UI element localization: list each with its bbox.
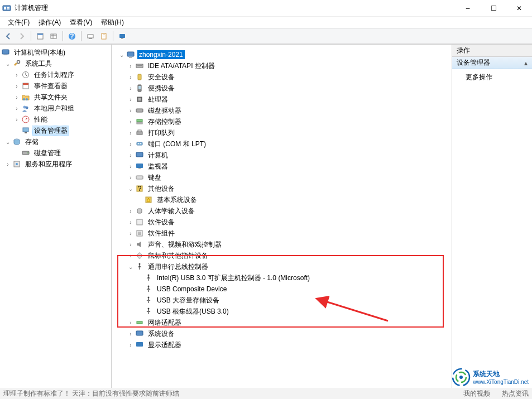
expand-toggle[interactable]: ›: [126, 117, 135, 126]
expand-toggle[interactable]: ›: [12, 70, 21, 79]
device-base-system[interactable]: 基本系统设备: [113, 194, 450, 205]
tree-disk-management[interactable]: 磁盘管理: [1, 147, 110, 158]
device-usb-controllers[interactable]: ⌄通用串行总线控制器: [113, 261, 450, 272]
tree-performance[interactable]: ›性能: [1, 114, 110, 125]
expand-toggle[interactable]: ›: [126, 318, 135, 327]
action-more[interactable]: 更多操作: [452, 69, 532, 85]
port-icon: [135, 140, 144, 148]
device-network[interactable]: ›网络适配器: [113, 317, 450, 328]
tree-shared-folders[interactable]: ›共享文件夹: [1, 92, 110, 103]
tree-label: 任务计划程序: [32, 70, 76, 80]
status-link-videos[interactable]: 我的视频: [463, 390, 490, 397]
expand-toggle[interactable]: ›: [126, 173, 135, 182]
toolbar-help-button[interactable]: ?: [66, 30, 78, 42]
storage-icon: [12, 137, 21, 146]
expand-toggle[interactable]: ›: [126, 206, 135, 215]
device-print-queue[interactable]: ›打印队列: [113, 127, 450, 138]
device-software-devices[interactable]: ›软件设备: [113, 217, 450, 228]
maximize-button[interactable]: ☐: [481, 0, 506, 16]
expand-toggle[interactable]: ⌄: [3, 59, 12, 68]
expand-toggle[interactable]: ›: [126, 251, 135, 260]
svg-rect-37: [129, 57, 132, 57]
expand-toggle[interactable]: ›: [126, 61, 135, 70]
expand-toggle[interactable]: ›: [126, 73, 135, 81]
tree-event-viewer[interactable]: ›事件查看器: [1, 80, 110, 92]
computer-icon: [1, 48, 10, 57]
svg-rect-16: [119, 34, 125, 38]
expand-toggle[interactable]: ⌄: [3, 137, 12, 146]
expand-toggle[interactable]: ›: [12, 81, 21, 90]
tree-services-apps[interactable]: ›服务和应用程序: [1, 158, 110, 170]
close-button[interactable]: ✕: [506, 0, 532, 16]
device-system-devices[interactable]: ›系统设备: [113, 328, 450, 339]
expand-toggle[interactable]: ›: [3, 160, 12, 169]
device-audio[interactable]: ›声音、视频和游戏控制器: [113, 239, 450, 250]
expand-toggle[interactable]: ›: [126, 240, 135, 249]
tree-label: 磁盘管理: [32, 148, 63, 158]
minimize-button[interactable]: –: [455, 0, 481, 16]
toolbar-device-button[interactable]: [84, 30, 97, 42]
expand-toggle[interactable]: ›: [126, 229, 135, 238]
expand-toggle[interactable]: ›: [126, 106, 135, 115]
expand-toggle[interactable]: ›: [126, 329, 135, 338]
expand-toggle[interactable]: ›: [126, 128, 135, 137]
device-cpu[interactable]: ›处理器: [113, 94, 450, 105]
device-storage-ctrl[interactable]: ›存储控制器: [113, 116, 450, 127]
tree-system-tools[interactable]: ⌄系统工具: [1, 58, 110, 69]
toolbar-back-button[interactable]: [2, 30, 15, 42]
tree-root-computer-management[interactable]: 计算机管理(本地): [1, 47, 110, 58]
menu-help[interactable]: 帮助(H): [97, 17, 128, 28]
menu-view[interactable]: 查看(V): [65, 17, 97, 28]
security-chip-icon: [135, 73, 144, 81]
expand-toggle[interactable]: ›: [12, 115, 21, 124]
device-label: zhongxin-2021: [137, 50, 185, 59]
expand-toggle[interactable]: ›: [126, 95, 135, 104]
expand-toggle[interactable]: ›: [12, 93, 21, 102]
expand-toggle[interactable]: ›: [126, 151, 135, 160]
expand-toggle[interactable]: ›: [126, 218, 135, 227]
tree-storage[interactable]: ⌄存储: [1, 136, 110, 147]
toolbar-view-button[interactable]: [47, 30, 60, 42]
device-other[interactable]: ⌄?其他设备: [113, 183, 450, 194]
device-portable[interactable]: ›便携设备: [113, 83, 450, 94]
folder-share-icon: [21, 93, 30, 102]
close-icon: ✕: [516, 4, 522, 12]
expand-toggle[interactable]: ›: [126, 140, 135, 148]
toolbar-monitor-button[interactable]: [116, 30, 128, 42]
status-link-news[interactable]: 热点资讯: [502, 390, 529, 397]
device-ports[interactable]: ›端口 (COM 和 LPT): [113, 138, 450, 150]
menu-file[interactable]: 文件(F): [3, 17, 34, 28]
toolbar-properties-button[interactable]: [34, 30, 46, 42]
usb-icon: [144, 307, 153, 316]
device-software-components[interactable]: ›软件组件: [113, 228, 450, 239]
device-hid[interactable]: ›人体学输入设备: [113, 205, 450, 217]
menu-action[interactable]: 操作(A): [34, 17, 65, 28]
device-mouse[interactable]: ›鼠标和其他指针设备: [113, 250, 450, 261]
device-usb-intel[interactable]: Intel(R) USB 3.0 可扩展主机控制器 - 1.0 (Microso…: [113, 272, 450, 283]
expand-toggle[interactable]: ›: [126, 162, 135, 171]
expand-toggle[interactable]: ⌄: [117, 50, 126, 59]
expand-toggle[interactable]: ›: [126, 84, 135, 93]
expand-toggle[interactable]: ⌄: [126, 184, 135, 193]
chevron-up-icon[interactable]: ▴: [524, 59, 528, 67]
device-usb-root-hub[interactable]: USB 根集线器(USB 3.0): [113, 306, 450, 317]
device-display-adapter[interactable]: ›显示适配器: [113, 339, 450, 350]
device-keyboard[interactable]: ›键盘: [113, 172, 450, 183]
device-disk-drives[interactable]: ›磁盘驱动器: [113, 105, 450, 116]
expand-toggle[interactable]: ›: [126, 340, 135, 349]
device-computer[interactable]: ›计算机: [113, 150, 450, 161]
device-usb-mass-storage[interactable]: USB 大容量存储设备: [113, 295, 450, 306]
expand-toggle[interactable]: ›: [12, 104, 21, 113]
device-usb-composite[interactable]: USB Composite Device: [113, 283, 450, 295]
expand-toggle[interactable]: ⌄: [126, 262, 135, 271]
svg-rect-47: [137, 122, 142, 124]
toolbar-forward-button[interactable]: [16, 30, 28, 42]
device-monitor[interactable]: ›监视器: [113, 161, 450, 172]
tree-device-manager[interactable]: 设备管理器: [1, 125, 110, 136]
device-security[interactable]: ›安全设备: [113, 71, 450, 83]
toolbar-scan-button[interactable]: [98, 30, 110, 42]
device-ide[interactable]: ›IDE ATA/ATAPI 控制器: [113, 60, 450, 71]
device-root[interactable]: ⌄zhongxin-2021: [113, 49, 450, 60]
tree-local-users[interactable]: ›本地用户和组: [1, 103, 110, 114]
tree-task-scheduler[interactable]: ›任务计划程序: [1, 69, 110, 80]
